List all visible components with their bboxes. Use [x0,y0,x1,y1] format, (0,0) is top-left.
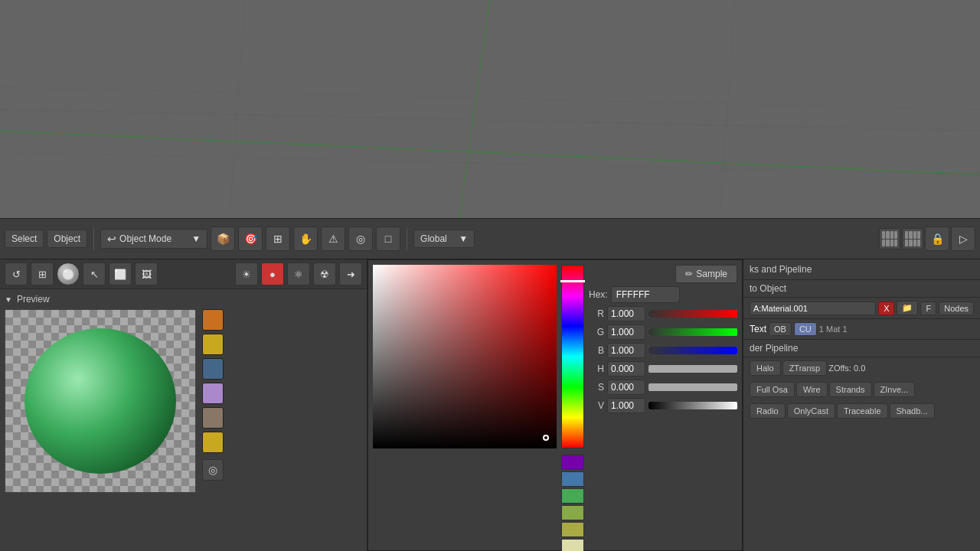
radiation-icon-btn[interactable]: ☢ [313,262,336,285]
extra-icon-btn[interactable]: ▷ [951,227,975,251]
view-grid-icon[interactable] [879,228,900,249]
image-icon-btn[interactable]: 🖼 [135,262,158,285]
pipeline-row-1: Halo ZTransp ZOffs: 0.0 [743,357,980,379]
svg-line-3 [0,87,980,109]
triangle-icon-btn[interactable]: ⚠ [321,227,345,251]
g-label: G [589,327,604,337]
color-swatch-orange[interactable] [202,309,224,331]
magnet-icon-btn[interactable]: 🎯 [238,227,263,251]
sphere-gradient [24,328,176,474]
x-button[interactable]: X [878,302,894,315]
hex-row: Hex: [589,286,737,303]
onlycast-button[interactable]: OnlyCast [787,403,835,419]
right-panel: ks and Pipeline to Object X 📁 F Nodes Te… [743,259,980,551]
radio-button[interactable]: Radio [750,403,786,419]
b-slider[interactable] [648,347,737,354]
cu-button[interactable]: CU [794,322,817,336]
h-slider[interactable] [648,365,737,373]
swatch-purple[interactable] [561,455,584,470]
v-slider[interactable] [648,402,737,409]
object-button[interactable]: Object [47,230,87,248]
r-input[interactable] [607,306,645,321]
right-icons: 🔒 ▷ [879,227,975,251]
3d-viewport[interactable] [0,0,980,218]
sphere-icon-btn[interactable]: ⚪ [57,262,80,285]
color-square[interactable] [373,265,557,448]
camera-button[interactable]: ◎ [202,459,224,481]
cube-icon-btn[interactable]: 📦 [211,227,235,251]
color-swatch-gold[interactable] [202,432,224,453]
svg-line-2 [0,109,980,131]
v-input[interactable] [607,398,645,413]
color-swatch-diamond[interactable] [202,383,224,404]
r-channel-row: R [589,306,737,321]
hand-icon-btn[interactable]: ✋ [293,227,318,251]
sample-button[interactable]: ✏ Sample [675,265,737,283]
s-channel-row: S [589,380,737,395]
g-channel-row: G [589,324,737,340]
traceable-button[interactable]: Traceable [837,403,888,419]
text-label: Text [750,324,766,334]
b-input[interactable] [607,343,645,358]
halo-button[interactable]: Halo [750,360,781,376]
wire-button[interactable]: Wire [796,382,828,397]
pipeline-header: der Pipeline [743,340,980,357]
sphere-preview [5,309,196,493]
color-square-wrap[interactable] [373,265,557,448]
fullosa-button[interactable]: Full Osa [750,382,795,397]
color-swatch-yellow[interactable] [202,334,224,355]
strands-button[interactable]: Strands [829,382,872,397]
color-swatch-blue[interactable] [202,358,224,380]
arrow-icon-btn[interactable]: ➜ [339,262,362,285]
toolbar-separator-2 [407,227,407,250]
s-slider[interactable] [648,383,737,391]
dot-red-btn[interactable]: ● [261,262,284,285]
refresh-icon-btn[interactable]: ↺ [5,262,28,285]
select-button[interactable]: Select [5,230,44,248]
ob-button[interactable]: OB [769,322,792,336]
hue-bar[interactable] [561,265,584,448]
swatch-yellow[interactable] [561,522,584,537]
color-swatch-arrow[interactable] [202,407,224,429]
swatch-yellow-green[interactable] [561,505,584,520]
to-object-label: to Object [750,283,786,294]
mode-dropdown[interactable]: ↩ Object Mode ▼ [100,229,207,249]
ztransp-button[interactable]: ZTransp [782,360,828,376]
square-icon-btn[interactable]: □ [376,227,400,251]
view-grid-icon-2[interactable] [902,228,923,249]
shadb-button[interactable]: Shadb... [890,403,935,419]
global-dropdown[interactable]: Global ▼ [413,230,475,248]
prop-header-text: ks and Pipeline [750,264,812,275]
grid-icon-btn[interactable]: ⊞ [266,227,290,251]
nodes-button[interactable]: Nodes [939,302,974,315]
lock-icon-btn[interactable]: 🔒 [925,227,949,251]
sun-icon-btn[interactable]: ☀ [235,262,258,285]
swatch-green[interactable] [561,488,584,504]
cursor-icon-btn[interactable]: ↖ [83,262,106,285]
g-input[interactable] [607,324,645,340]
folder-button[interactable]: 📁 [897,301,918,315]
copy-icon-btn[interactable]: ⊞ [31,262,54,285]
toolbar-separator [93,227,94,250]
f-button[interactable]: F [920,302,936,315]
preview-section: ▼ Preview ◎ [0,289,367,497]
b-channel-row: B [589,343,737,358]
pipeline-row-3: Radio OnlyCast Traceable Shadb... [743,400,980,422]
g-slider[interactable] [648,328,737,336]
atom-icon-btn[interactable]: ⚛ [287,262,310,285]
swatch-blue[interactable] [561,471,584,487]
s-label: S [589,382,604,393]
swatch-light-yellow[interactable] [561,539,584,551]
zinvert-button[interactable]: ZInve... [874,382,916,397]
hex-input[interactable] [611,286,680,303]
material-name-input[interactable] [750,302,876,315]
svg-line-1 [459,0,490,218]
s-input[interactable] [607,380,645,395]
h-input[interactable] [607,361,645,377]
preview-content: ◎ [5,309,362,493]
circle-icon-btn[interactable]: ◎ [348,227,373,251]
frame-icon-btn[interactable]: ⬜ [109,262,132,285]
v-channel-row: V [589,398,737,413]
h-label: H [589,364,604,374]
r-slider[interactable] [648,310,737,318]
